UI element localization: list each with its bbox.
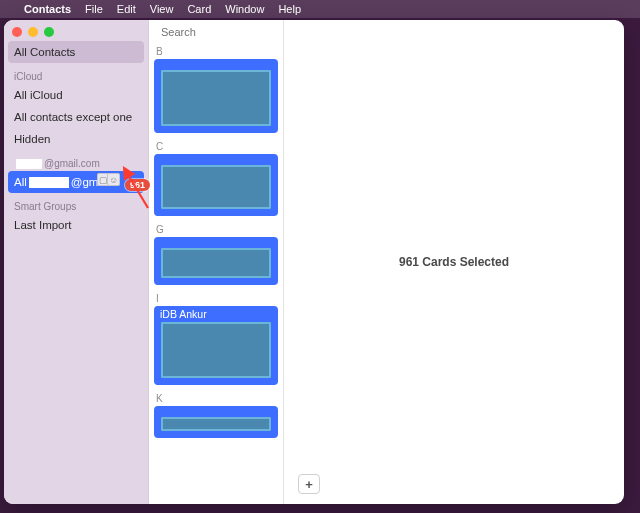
redacted-text — [29, 177, 69, 188]
search-field[interactable] — [149, 20, 283, 44]
sidebar-head-smart: Smart Groups — [4, 193, 148, 214]
section-head-c: C — [154, 139, 278, 154]
drag-stack-icon: ▢ ☺ — [100, 173, 120, 186]
sidebar-item-all-icloud[interactable]: All iCloud — [4, 84, 148, 106]
list-body[interactable]: B C G I iDB Ankur K — [149, 44, 283, 504]
sidebar: All Contacts iCloud All iCloud All conta… — [4, 20, 149, 504]
search-input[interactable] — [161, 26, 299, 38]
add-button[interactable]: + — [298, 474, 320, 494]
minimize-icon[interactable] — [28, 27, 38, 37]
count-badge: 961 — [125, 179, 150, 191]
menu-file[interactable]: File — [85, 3, 103, 15]
fullscreen-icon[interactable] — [44, 27, 54, 37]
sidebar-item-hidden[interactable]: Hidden — [4, 128, 148, 150]
vcard-icon: ☺ — [107, 173, 120, 186]
menu-window[interactable]: Window — [225, 3, 264, 15]
sidebar-item-all-contacts[interactable]: All Contacts — [8, 41, 144, 63]
gmail-all-label: All — [14, 176, 27, 188]
menubar: Contacts File Edit View Card Window Help — [0, 0, 640, 18]
menu-app[interactable]: Contacts — [24, 3, 71, 15]
section-head-k: K — [154, 391, 278, 406]
list-item-label: iDB Ankur — [154, 306, 278, 322]
section-head-b: B — [154, 44, 278, 59]
redacted-text — [16, 159, 42, 169]
list-item[interactable] — [154, 59, 278, 133]
close-icon[interactable] — [12, 27, 22, 37]
menu-card[interactable]: Card — [187, 3, 211, 15]
list-item[interactable] — [154, 406, 278, 438]
contacts-window: All Contacts iCloud All iCloud All conta… — [4, 20, 624, 504]
sidebar-item-last-import[interactable]: Last Import — [4, 214, 148, 236]
list-item-idb-ankur[interactable]: iDB Ankur — [154, 306, 278, 385]
list-item[interactable] — [154, 237, 278, 285]
list-item[interactable] — [154, 154, 278, 216]
section-head-g: G — [154, 222, 278, 237]
window-controls — [4, 24, 148, 41]
contacts-list: B C G I iDB Ankur K — [149, 20, 284, 504]
sidebar-item-except-one[interactable]: All contacts except one — [4, 106, 148, 128]
detail-pane: 961 Cards Selected + — [284, 20, 624, 504]
menu-help[interactable]: Help — [278, 3, 301, 15]
sidebar-head-icloud: iCloud — [4, 63, 148, 84]
menu-edit[interactable]: Edit — [117, 3, 136, 15]
plus-icon: + — [305, 477, 313, 492]
selection-count-text: 961 Cards Selected — [399, 255, 509, 269]
section-head-i: I — [154, 291, 278, 306]
menu-view[interactable]: View — [150, 3, 174, 15]
sidebar-head-gmail: @gmail.com — [4, 150, 148, 171]
sidebar-item-all-gmail[interactable]: All @gmail.c ▢ ☺ 961 — [8, 171, 144, 193]
